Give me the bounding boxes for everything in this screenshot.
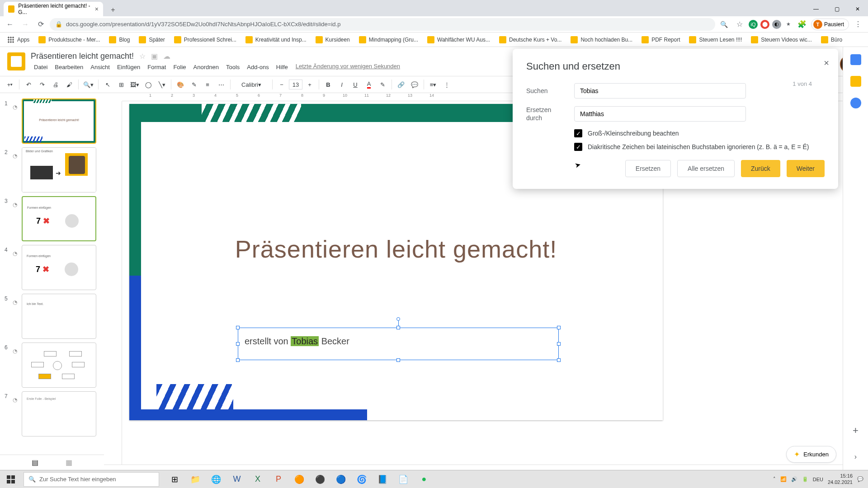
match-case-checkbox[interactable]: ✓ [574, 129, 582, 137]
menu-datei[interactable]: Datei [31, 63, 51, 71]
comment-button[interactable]: 💬 [408, 78, 421, 91]
wifi-icon[interactable]: 📶 [780, 476, 787, 482]
notepad-icon[interactable]: 📄 [393, 470, 413, 488]
select-tool[interactable]: ↖ [101, 78, 114, 91]
profile-button[interactable]: T Pausiert [811, 19, 849, 30]
obs-icon[interactable]: ⚫ [310, 470, 330, 488]
bookmark-item[interactable]: Kreativität und Insp... [242, 34, 310, 45]
slide-thumbnail-5[interactable]: Ich bin Text. [22, 294, 96, 339]
taskbar-search[interactable]: 🔍 Zur Suche Text hier eingeben [24, 472, 159, 487]
bookmark-item[interactable]: PDF Report [638, 34, 684, 45]
menu-hilfe[interactable]: Hilfe [273, 63, 291, 71]
bookmark-item[interactable]: Blog [105, 34, 133, 45]
powerpoint-icon[interactable]: P [269, 470, 288, 488]
slide-thumbnail-7[interactable]: Erste Folie - Beispiel [22, 391, 96, 436]
extension-icon-2[interactable]: ⬤ [760, 20, 769, 29]
minimize-button[interactable]: — [806, 2, 826, 16]
bookmark-item[interactable]: Professionell Schrei... [170, 34, 240, 45]
resize-handle[interactable] [396, 358, 400, 362]
zoom-icon[interactable]: 🔍 [718, 18, 731, 31]
font-size-increase[interactable]: + [303, 78, 316, 91]
back-button[interactable]: Zurück [741, 160, 780, 177]
extension-icon-1[interactable]: iQ [749, 20, 758, 29]
text-color-button[interactable]: A [363, 78, 375, 91]
move-icon[interactable]: ▣ [151, 52, 158, 61]
apps-button[interactable]: Apps [4, 34, 33, 45]
new-tab-button[interactable]: + [107, 4, 119, 16]
print-button[interactable]: 🖨 [49, 78, 62, 91]
replace-all-button[interactable]: Alle ersetzen [677, 160, 735, 177]
chrome-icon[interactable]: 🔵 [331, 470, 351, 488]
bookmark-star-icon[interactable]: ☆ [733, 18, 746, 31]
font-size-decrease[interactable]: − [275, 78, 288, 91]
slide-thumbnail-6[interactable] [22, 343, 96, 388]
italic-button[interactable]: I [335, 78, 348, 91]
more-button[interactable]: ⋮ [440, 78, 453, 91]
image-tool[interactable]: 🖼▾ [128, 78, 141, 91]
bookmark-item[interactable]: Noch hochladen Bu... [567, 34, 636, 45]
transition-icon[interactable]: ◔ [13, 202, 19, 208]
spotify-icon[interactable]: ● [414, 470, 434, 488]
align-button[interactable]: ≡▾ [427, 78, 439, 91]
transition-icon[interactable]: ◔ [13, 397, 19, 403]
bookmark-item[interactable]: Wahlfächer WU Aus... [424, 34, 494, 45]
line-tool[interactable]: ╲▾ [156, 78, 168, 91]
bookmark-item[interactable]: Steuern Videos wic... [747, 34, 816, 45]
resize-handle[interactable] [236, 342, 240, 346]
rotation-handle[interactable] [396, 317, 400, 321]
bookmark-item[interactable]: Produktsuche - Mer... [35, 34, 104, 45]
slide-thumbnail-1[interactable]: Präsentieren leicht gemacht! [22, 99, 96, 144]
app-icon[interactable]: 🟠 [289, 470, 309, 488]
diacritics-checkbox[interactable]: ✓ [574, 143, 582, 151]
explorer-icon[interactable]: 📁 [185, 470, 205, 488]
app2-icon[interactable]: 📘 [373, 470, 392, 488]
url-box[interactable]: 🔒 docs.google.com/presentation/d/1yV372S… [50, 18, 715, 31]
resize-handle[interactable] [236, 358, 240, 362]
transition-icon[interactable]: ◔ [13, 104, 19, 110]
forward-button[interactable]: → [19, 18, 32, 31]
border-dash-button[interactable]: ⋯ [215, 78, 227, 91]
resize-handle[interactable] [557, 342, 561, 346]
paint-format-button[interactable]: 🖌 [63, 78, 75, 91]
resize-handle[interactable] [396, 326, 400, 329]
tray-expand-icon[interactable]: ˄ [773, 476, 776, 482]
slide-title-text[interactable]: Präsentieren leicht gemacht! [129, 235, 663, 263]
notification-icon[interactable]: 💬 [857, 476, 863, 482]
new-slide-button[interactable]: +▾ [4, 78, 16, 91]
close-button[interactable]: ✕ [847, 2, 868, 16]
subtitle-text[interactable]: erstellt von Tobias Becker [238, 328, 558, 355]
grid-view-icon[interactable]: ▦ [66, 458, 72, 467]
underline-button[interactable]: U [349, 78, 362, 91]
bold-button[interactable]: B [322, 78, 335, 91]
fill-color-button[interactable]: 🎨 [174, 78, 187, 91]
bookmark-item[interactable]: Mindmapping (Gru... [355, 34, 422, 45]
clock[interactable]: 15:16 24.02.2021 [828, 473, 853, 485]
textbox-tool[interactable]: ⊞ [115, 78, 127, 91]
star-icon[interactable]: ☆ [139, 52, 146, 61]
battery-icon[interactable]: 🔋 [802, 476, 808, 482]
resize-handle[interactable] [236, 326, 240, 329]
extension-icon-4[interactable]: ★ [784, 20, 793, 29]
extension-icon-3[interactable]: ◐ [772, 20, 781, 29]
slides-logo-icon[interactable] [7, 52, 25, 70]
border-weight-button[interactable]: ≡ [201, 78, 214, 91]
transition-icon[interactable]: ◔ [13, 153, 19, 159]
keep-icon[interactable] [850, 76, 861, 87]
border-color-button[interactable]: ✎ [188, 78, 200, 91]
subtitle-textbox[interactable]: erstellt von Tobias Becker [238, 328, 559, 360]
menu-einfuegen[interactable]: Einfügen [114, 63, 143, 71]
maximize-button[interactable]: ▢ [826, 2, 847, 16]
bookmark-item[interactable]: Büro [817, 34, 846, 45]
collapse-side-panel-button[interactable]: › [854, 453, 857, 461]
undo-button[interactable]: ↶ [22, 78, 35, 91]
volume-icon[interactable]: 🔊 [791, 476, 797, 482]
word-icon[interactable]: W [227, 470, 247, 488]
transition-icon[interactable]: ◔ [13, 250, 19, 257]
replace-input[interactable] [574, 106, 746, 122]
chrome-menu-icon[interactable]: ⋮ [852, 18, 864, 31]
replace-button[interactable]: Ersetzen [625, 160, 671, 177]
cloud-icon[interactable]: ☁ [163, 52, 170, 61]
menu-ansicht[interactable]: Ansicht [87, 63, 113, 71]
menu-bearbeiten[interactable]: Bearbeiten [52, 63, 86, 71]
back-button[interactable]: ← [4, 18, 16, 31]
